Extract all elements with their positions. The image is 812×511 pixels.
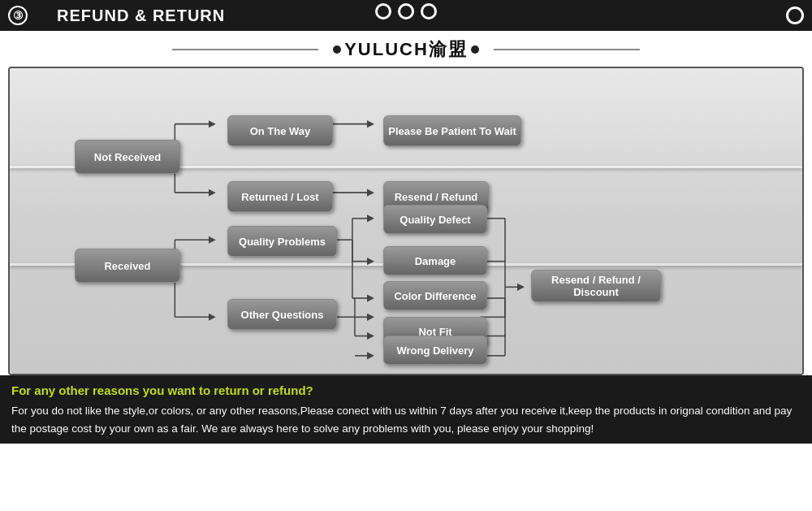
diagram-wrapper: Not Received On The Way Returned / Lost …	[8, 67, 804, 375]
info-section: For any other reasons you want to return…	[0, 375, 812, 444]
damage-box: Damage	[383, 246, 487, 275]
info-body: For you do not like the style,or colors,…	[11, 402, 801, 437]
section-number: ③	[8, 6, 28, 25]
quality-problems-box: Quality Problems	[227, 226, 337, 257]
brand-dot-left	[333, 45, 341, 54]
brand-line-right	[494, 49, 640, 50]
brand-text: YULUCH渝盟	[344, 37, 468, 62]
color-difference-box: Color Difference	[383, 281, 487, 310]
brand-dot-right	[471, 45, 479, 54]
received-box: Received	[75, 249, 180, 283]
circle-icon-3	[421, 3, 437, 19]
info-highlight: For any other reasons you want to return…	[11, 383, 801, 397]
returned-lost-box: Returned / Lost	[227, 181, 333, 212]
header-right-icon	[786, 6, 804, 24]
on-the-way-box: On The Way	[227, 115, 333, 146]
header: ③ REFUND & RETURN	[0, 0, 812, 31]
header-icons	[375, 3, 437, 19]
not-received-box: Not Received	[75, 140, 180, 174]
brand-line-left	[172, 49, 318, 50]
circle-icon-2	[398, 3, 414, 19]
wrong-delivery-box: Wrong Delivery	[383, 336, 487, 365]
please-wait-box: Please Be Patient To Wait	[383, 115, 521, 146]
circle-icon-1	[375, 3, 391, 19]
diagram-content: Not Received On The Way Returned / Lost …	[26, 78, 786, 364]
quality-defect-box: Quality Defect	[383, 205, 487, 234]
resend-refund-discount-box: Resend / Refund / Discount	[531, 270, 661, 302]
header-title: REFUND & RETURN	[57, 6, 225, 25]
other-questions-box: Other Questions	[227, 299, 337, 330]
brand-bar: YULUCH渝盟	[0, 31, 812, 67]
